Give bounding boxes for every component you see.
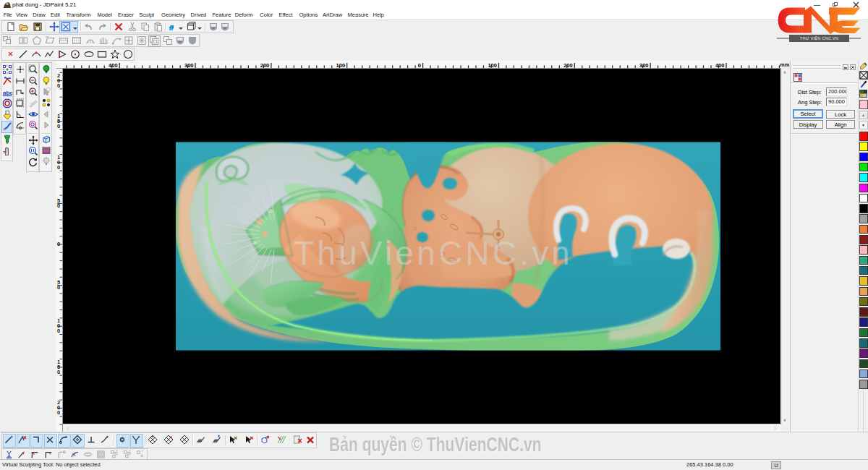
svg-text:400: 400: [715, 62, 725, 69]
svg-text:0: 0: [57, 284, 60, 291]
svg-text:200: 200: [260, 62, 270, 69]
svg-text:200: 200: [563, 62, 573, 69]
svg-text:300: 300: [184, 62, 194, 69]
svg-text:400: 400: [109, 62, 118, 69]
svg-text:0: 0: [57, 241, 60, 247]
svg-text:0: 0: [57, 164, 60, 171]
svg-text:0: 0: [57, 328, 60, 334]
svg-text:0: 0: [57, 202, 60, 209]
svg-text:0: 0: [57, 82, 60, 89]
svg-text:300: 300: [639, 62, 649, 69]
svg-text:0: 0: [57, 123, 60, 129]
svg-text:0: 0: [418, 62, 421, 69]
svg-text:100: 100: [336, 62, 346, 69]
svg-text:0: 0: [57, 409, 60, 416]
svg-text:100: 100: [488, 62, 497, 69]
svg-text:ThuVienCNC.vn: ThuVienCNC.vn: [294, 234, 573, 272]
svg-text:0: 0: [57, 369, 60, 375]
